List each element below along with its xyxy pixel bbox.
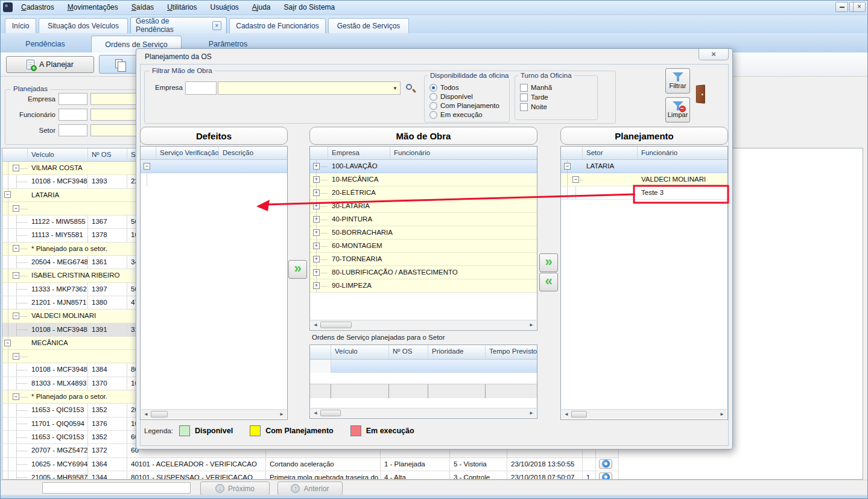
checkbox-icon[interactable] <box>520 94 528 101</box>
leftgrid-col-header[interactable]: Veículo <box>28 148 88 162</box>
tab-close-icon[interactable]: × <box>212 21 221 30</box>
tree-collapse-icon[interactable]: − <box>13 353 19 360</box>
menu-item-usuários[interactable]: Usuários <box>203 0 245 15</box>
mao-de-obra-row[interactable]: +50-BORRACHARIA <box>310 226 537 240</box>
col-header[interactable]: Setor <box>583 147 638 159</box>
radio-option-com-planejamento[interactable]: Com Planejamento <box>429 101 499 110</box>
tree-expand-icon[interactable]: + <box>313 176 320 183</box>
col-header[interactable]: Tempo Previsto <box>486 345 537 359</box>
menu-item-cadastros[interactable]: Cadastros <box>14 0 61 15</box>
ordens-hscrollbar[interactable]: ◄ ► <box>311 408 536 418</box>
radio-icon[interactable] <box>429 93 437 101</box>
exit-door-icon[interactable] <box>696 84 705 103</box>
tree-collapse-icon[interactable]: − <box>4 191 11 198</box>
menu-item-saídas[interactable]: Saídas <box>125 0 160 15</box>
checkbox-icon[interactable] <box>520 84 528 92</box>
planejamento-row[interactable]: Teste 3 <box>561 186 727 200</box>
filtrar-button[interactable]: Filtrar <box>665 68 690 94</box>
mao-de-obra-row[interactable]: +20-ELÉTRICA <box>310 186 537 200</box>
menu-item-movimentações[interactable]: Movimentações <box>61 0 125 15</box>
anterior-button[interactable]: ↑ Anterior <box>277 482 343 495</box>
quick-search-input[interactable] <box>42 482 191 494</box>
tree-collapse-icon[interactable]: − <box>144 163 150 170</box>
scroll-left-icon[interactable]: ◄ <box>313 322 318 328</box>
scroll-left-icon[interactable]: ◄ <box>564 412 569 417</box>
defeitos-hscrollbar[interactable]: ◄ ► <box>141 409 287 419</box>
view-os-button[interactable] <box>599 459 612 469</box>
planejamento-row[interactable]: −VALDECI MOLINARI <box>561 173 727 186</box>
move-right-button[interactable]: » <box>288 260 307 279</box>
subtab-pendências[interactable]: Pendências <box>0 36 90 52</box>
tab-gestão-de-serviços[interactable]: Gestão de Serviços <box>328 18 409 33</box>
leftgrid-col-header[interactable]: Nº OS <box>88 148 127 162</box>
proximo-button[interactable]: ↓ Próximo <box>200 482 270 495</box>
tree-expand-icon[interactable]: + <box>313 282 320 289</box>
gutter-header[interactable] <box>561 147 583 159</box>
tree-collapse-icon[interactable]: − <box>13 165 19 171</box>
tree-collapse-icon[interactable]: − <box>13 313 19 319</box>
radio-option-disponível[interactable]: Disponível <box>429 92 473 101</box>
tree-expand-icon[interactable]: + <box>313 203 320 209</box>
mao-de-obra-row[interactable]: +40-PINTURA <box>310 213 537 226</box>
col-header[interactable]: Prioridade <box>428 345 486 359</box>
tree-collapse-icon[interactable]: − <box>13 393 19 400</box>
tree-expand-icon[interactable]: + <box>313 269 320 276</box>
tree-collapse-icon[interactable]: − <box>572 176 579 183</box>
tree-collapse-icon[interactable]: − <box>13 272 19 279</box>
empresa-search-icon[interactable] <box>405 83 416 94</box>
tree-collapse-icon[interactable]: − <box>13 205 19 212</box>
col-header[interactable]: Descrição <box>219 147 287 159</box>
defeitos-selected-row[interactable]: − <box>141 160 287 173</box>
checkbox-option-noite[interactable]: Noite <box>520 103 547 111</box>
mao-de-obra-row[interactable]: +90-LIMPEZA <box>310 279 537 293</box>
empresa-combo[interactable]: ▼ <box>218 81 401 95</box>
scroll-right-icon[interactable]: ► <box>529 322 534 328</box>
mao-de-obra-row[interactable]: +80-LUBRIFICAÇÃO / ABASTECIMENTO <box>310 266 537 279</box>
os-tree-row[interactable]: 21005 - MHB9587134480101 - SUSPENSAO - V… <box>2 471 619 480</box>
empresa-code-input[interactable] <box>185 81 217 95</box>
ordens-selected-row[interactable] <box>310 360 537 373</box>
funcionário-code-input[interactable] <box>59 109 87 121</box>
empresa-code-input[interactable] <box>59 93 87 105</box>
radio-icon[interactable] <box>429 84 437 92</box>
dialog-close-button[interactable]: × <box>699 49 729 60</box>
checkbox-option-tarde[interactable]: Tarde <box>520 93 548 101</box>
gutter-header[interactable] <box>310 345 331 359</box>
remove-left-button[interactable]: « <box>539 273 558 291</box>
mao-de-obra-row[interactable]: +60-MONTAGEM <box>310 240 537 253</box>
assign-right-button[interactable]: » <box>539 253 558 272</box>
scroll-right-icon[interactable]: ► <box>279 412 284 417</box>
gutter-header[interactable] <box>141 147 156 159</box>
tree-expand-icon[interactable]: + <box>313 163 320 170</box>
tree-expand-icon[interactable]: + <box>313 229 320 236</box>
scroll-left-icon[interactable]: ◄ <box>313 410 318 416</box>
mao-de-obra-row[interactable]: +30-LATARIA <box>310 200 537 213</box>
scroll-thumb[interactable] <box>320 410 341 416</box>
a-planejar-button[interactable]: + A Planejar <box>6 56 94 73</box>
scroll-thumb[interactable] <box>571 411 587 418</box>
scroll-left-icon[interactable]: ◄ <box>144 412 148 417</box>
close-button[interactable]: × <box>853 2 866 12</box>
checkbox-option-manhã[interactable]: Manhã <box>520 83 552 92</box>
col-header[interactable]: Funcionário <box>390 147 537 159</box>
tree-collapse-icon[interactable]: − <box>564 163 571 170</box>
menu-item-ajuda[interactable]: Ajuda <box>246 0 277 15</box>
tab-gestão-de-pendências[interactable]: Gestão de Pendências× <box>130 17 227 33</box>
mao-de-obra-row[interactable]: +10-MECÂNICA <box>310 173 537 186</box>
tree-collapse-icon[interactable]: − <box>13 245 19 252</box>
tree-expand-icon[interactable]: + <box>313 256 320 262</box>
scroll-thumb[interactable] <box>151 411 168 418</box>
scroll-thumb[interactable] <box>320 322 352 328</box>
checkbox-icon[interactable] <box>520 103 528 111</box>
menu-item-utilitários[interactable]: Utilitários <box>160 0 203 15</box>
tab-situação-dos-veículos[interactable]: Situação dos Veículos <box>39 18 128 33</box>
gutter-header[interactable] <box>310 147 328 159</box>
col-header[interactable]: Veículo <box>331 345 389 359</box>
radio-icon[interactable] <box>429 111 437 119</box>
radio-option-todos[interactable]: Todos <box>429 83 459 92</box>
radio-option-em-execução[interactable]: Em execução <box>429 110 483 119</box>
tab-cadastro-de-funcionários[interactable]: Cadastro de Funcionários <box>229 18 326 33</box>
col-header[interactable]: Empresa <box>328 147 390 159</box>
combo-arrow-icon[interactable]: ▼ <box>393 86 398 91</box>
leftgrid-gutter-header[interactable] <box>2 148 28 162</box>
